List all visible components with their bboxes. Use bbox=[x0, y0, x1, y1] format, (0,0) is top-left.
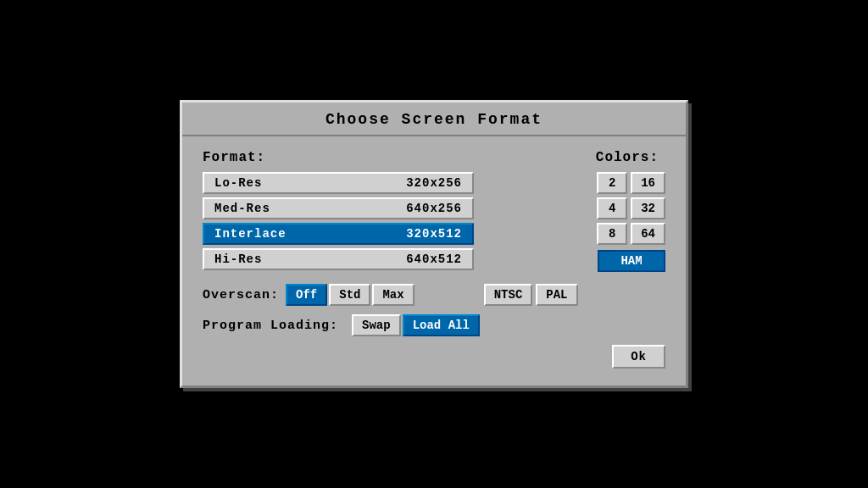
color-32-button[interactable]: 32 bbox=[631, 197, 665, 219]
swap-button[interactable]: Swap bbox=[352, 314, 401, 336]
format-hires-button[interactable]: Hi-Res 640x512 bbox=[203, 248, 474, 270]
overscan-std-button[interactable]: Std bbox=[329, 284, 370, 306]
colors-pair-row-1: 2 16 bbox=[597, 172, 665, 194]
format-medres-button[interactable]: Med-Res 640x256 bbox=[203, 197, 474, 219]
colors-pair-row-3: 8 64 bbox=[597, 223, 665, 245]
section-headers: Format: Colors: bbox=[203, 150, 665, 165]
program-loading-label: Program Loading: bbox=[203, 319, 338, 333]
format-lores-button[interactable]: Lo-Res 320x256 bbox=[203, 172, 474, 194]
format-label: Format: bbox=[203, 150, 265, 165]
overscan-label: Overscan: bbox=[203, 288, 279, 302]
load-all-button[interactable]: Load All bbox=[403, 314, 480, 336]
color-4-button[interactable]: 4 bbox=[597, 197, 627, 219]
format-row-interlace: Interlace 320x512 bbox=[203, 223, 587, 245]
color-16-button[interactable]: 16 bbox=[631, 172, 665, 194]
overscan-off-button[interactable]: Off bbox=[286, 284, 327, 306]
format-medres-name: Med-Res bbox=[214, 202, 299, 215]
format-medres-res: 640x256 bbox=[394, 202, 462, 215]
ham-button[interactable]: HAM bbox=[598, 250, 665, 272]
color-2-button[interactable]: 2 bbox=[597, 172, 627, 194]
format-row-medres: Med-Res 640x256 bbox=[203, 197, 587, 219]
program-loading-row: Program Loading: Swap Load All bbox=[203, 314, 665, 336]
format-lores-res: 320x256 bbox=[394, 176, 462, 190]
choose-screen-format-dialog: Choose Screen Format Format: Colors: Lo-… bbox=[180, 100, 688, 388]
ntsc-button[interactable]: NTSC bbox=[484, 284, 533, 306]
ham-row: HAM bbox=[598, 248, 665, 272]
format-row-hires: Hi-Res 640x512 bbox=[203, 248, 587, 270]
format-interlace-res: 320x512 bbox=[394, 227, 462, 241]
dialog-body: Format: Colors: Lo-Res 320x256 Med-Res 6… bbox=[182, 136, 686, 385]
format-interlace-name: Interlace bbox=[214, 227, 299, 241]
format-lores-name: Lo-Res bbox=[214, 176, 299, 190]
ntsc-pal-group: NTSC PAL bbox=[484, 284, 580, 306]
format-section: Lo-Res 320x256 Med-Res 640x256 Interlace… bbox=[203, 172, 587, 274]
ok-button[interactable]: Ok bbox=[612, 345, 665, 369]
colors-section: 2 16 4 32 8 64 HAM bbox=[597, 172, 665, 272]
ok-row: Ok bbox=[203, 345, 665, 369]
format-interlace-button[interactable]: Interlace 320x512 bbox=[203, 223, 474, 245]
colors-label: Colors: bbox=[596, 150, 659, 165]
color-64-button[interactable]: 64 bbox=[631, 223, 665, 245]
overscan-max-button[interactable]: Max bbox=[372, 284, 414, 306]
pal-button[interactable]: PAL bbox=[536, 284, 577, 306]
format-hires-res: 640x512 bbox=[394, 252, 462, 266]
format-hires-name: Hi-Res bbox=[214, 252, 299, 266]
overscan-row: Overscan: Off Std Max NTSC PAL bbox=[203, 284, 665, 306]
color-8-button[interactable]: 8 bbox=[597, 223, 627, 245]
colors-pair-row-2: 4 32 bbox=[597, 197, 665, 219]
dialog-title: Choose Screen Format bbox=[182, 103, 686, 136]
format-row-lores: Lo-Res 320x256 bbox=[203, 172, 587, 194]
format-colors-row: Lo-Res 320x256 Med-Res 640x256 Interlace… bbox=[203, 172, 665, 274]
